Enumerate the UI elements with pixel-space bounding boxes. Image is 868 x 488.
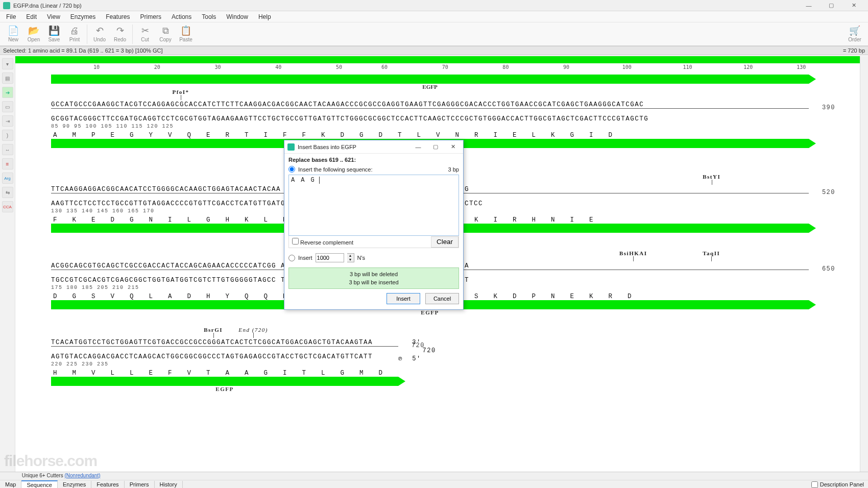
status-bar: Selected: 1 amino acid = 89.1 Da (619 ..… — [0, 46, 868, 55]
printer-icon: 🖨 — [69, 26, 80, 36]
toolbar-separator — [132, 25, 133, 44]
menu-file[interactable]: File — [1, 12, 21, 22]
copy-icon: ⧉ — [160, 26, 171, 36]
menu-enzymes[interactable]: Enzymes — [65, 12, 101, 22]
menu-actions[interactable]: Actions — [166, 12, 197, 22]
cut-button[interactable]: ✂Cut — [135, 23, 155, 45]
copy-button[interactable]: ⧉Copy — [155, 23, 176, 45]
app-icon — [3, 2, 10, 9]
new-button[interactable]: 📄New — [3, 23, 23, 45]
paste-button[interactable]: 📋Paste — [176, 23, 196, 45]
close-button[interactable]: ✕ — [842, 0, 865, 11]
disk-icon: 💾 — [49, 26, 60, 36]
menu-tools[interactable]: Tools — [197, 12, 221, 22]
print-button[interactable]: 🖨Print — [64, 23, 85, 45]
x-icon: ✕ — [852, 2, 856, 9]
selection-status: Selected: 1 amino acid = 89.1 Da (619 ..… — [3, 47, 162, 54]
dash-icon: — — [806, 3, 812, 9]
toolbar: 📄New 📂Open 💾Save 🖨Print ↶Undo ↷Redo ✂Cut… — [0, 22, 868, 46]
undo-icon: ↶ — [94, 26, 105, 36]
maximize-button[interactable]: ▢ — [820, 0, 842, 11]
menu-help[interactable]: Help — [253, 12, 276, 22]
redo-button[interactable]: ↷Redo — [110, 23, 130, 45]
length-status: = 720 bp — [843, 47, 865, 54]
menu-view[interactable]: View — [42, 12, 65, 22]
titlebar: EGFP.dna (Linear / 720 bp) — ▢ ✕ — [0, 0, 868, 11]
scissors-icon: ✂ — [139, 26, 151, 36]
save-button[interactable]: 💾Save — [44, 23, 64, 45]
square-icon: ▢ — [829, 2, 834, 9]
new-file-icon: 📄 — [8, 26, 19, 36]
window-title: EGFP.dna (Linear / 720 bp) — [13, 3, 82, 9]
menu-edit[interactable]: Edit — [21, 12, 42, 22]
undo-button[interactable]: ↶Undo — [89, 23, 110, 45]
order-button[interactable]: 🛒Order — [845, 23, 865, 45]
menu-primers[interactable]: Primers — [135, 12, 166, 22]
redo-icon: ↷ — [114, 26, 126, 36]
menu-window[interactable]: Window — [221, 12, 253, 22]
cart-icon: 🛒 — [849, 26, 860, 36]
toolbar-separator — [87, 25, 87, 44]
clipboard-icon: 📋 — [180, 26, 191, 36]
open-button[interactable]: 📂Open — [23, 23, 44, 45]
minimize-button[interactable]: — — [798, 0, 820, 11]
menu-features[interactable]: Features — [101, 12, 135, 22]
menubar: File Edit View Enzymes Features Primers … — [0, 11, 868, 22]
folder-open-icon: 📂 — [28, 26, 39, 36]
